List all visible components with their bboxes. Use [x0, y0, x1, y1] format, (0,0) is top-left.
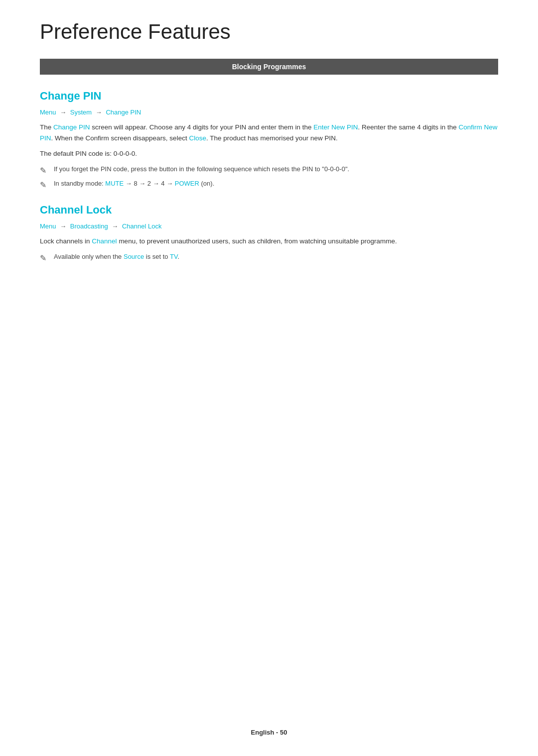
channel-lock-section: Channel Lock Menu → Broadcasting → Chann…	[40, 204, 498, 262]
default-pin-text: The default PIN code is: 0-0-0-0.	[40, 148, 498, 159]
cl-breadcrumb-broadcasting: Broadcasting	[70, 222, 108, 230]
para-part1: The	[40, 123, 53, 131]
cl-para-part1: Lock channels in	[40, 237, 92, 245]
cl-note-part1: Available only when the	[54, 253, 124, 260]
section-header-label: Blocking Programmes	[232, 63, 306, 71]
note2-suffix: (on).	[199, 180, 214, 187]
channel-lock-paragraph: Lock channels in Channel menu, to preven…	[40, 236, 498, 247]
change-pin-note2: In standby mode: MUTE → 8 → 2 → 4 → POWE…	[40, 179, 498, 189]
cl-breadcrumb-sep2: →	[112, 222, 118, 230]
close-link: Close	[189, 134, 206, 142]
note2-mute: MUTE	[105, 180, 124, 187]
note2-power: POWER	[175, 180, 199, 187]
breadcrumb-menu: Menu	[40, 108, 56, 116]
channel-lock-title: Channel Lock	[40, 204, 498, 216]
para-part3: . Reenter the same 4 digits in the	[358, 123, 459, 131]
footer-text: English - 50	[251, 729, 287, 736]
channel-link: Channel	[92, 237, 117, 245]
cl-para-part2: menu, to prevent unauthorized users, suc…	[117, 237, 397, 245]
enter-new-pin-link: Enter New PIN	[313, 123, 358, 131]
source-link: Source	[124, 253, 144, 260]
change-pin-note1: If you forget the PIN code, press the bu…	[40, 164, 498, 175]
para-part5: . The product has memorised your new PIN…	[206, 134, 338, 142]
page-footer: English - 50	[0, 729, 538, 736]
section-header: Blocking Programmes	[40, 59, 498, 75]
para-part2: screen will appear. Choose any 4 digits …	[90, 123, 314, 131]
breadcrumb-sep1: →	[60, 108, 66, 116]
para-part4: . When the Confirm screen disappears, se…	[51, 134, 189, 142]
cl-note-part3: .	[177, 253, 179, 260]
cl-breadcrumb-menu: Menu	[40, 222, 56, 230]
change-pin-link: Change PIN	[53, 123, 90, 131]
cl-note-part2: is set to	[144, 253, 170, 260]
note2-seq: → 8 → 2 → 4 →	[124, 180, 175, 187]
breadcrumb-change-pin: Change PIN	[106, 108, 141, 116]
cl-breadcrumb-item: Channel Lock	[122, 222, 162, 230]
cl-breadcrumb-sep1: →	[60, 222, 66, 230]
channel-lock-note: Available only when the Source is set to…	[40, 252, 498, 262]
note2-prefix: In standby mode:	[54, 180, 105, 187]
change-pin-paragraph: The Change PIN screen will appear. Choos…	[40, 122, 498, 143]
change-pin-breadcrumb: Menu → System → Change PIN	[40, 108, 498, 116]
breadcrumb-system: System	[70, 108, 92, 116]
page-title: Preference Features	[40, 20, 498, 49]
breadcrumb-sep2: →	[96, 108, 102, 116]
change-pin-section: Change PIN Menu → System → Change PIN Th…	[40, 90, 498, 189]
change-pin-title: Change PIN	[40, 90, 498, 103]
tv-link: TV	[170, 253, 177, 260]
channel-lock-breadcrumb: Menu → Broadcasting → Channel Lock	[40, 222, 498, 230]
